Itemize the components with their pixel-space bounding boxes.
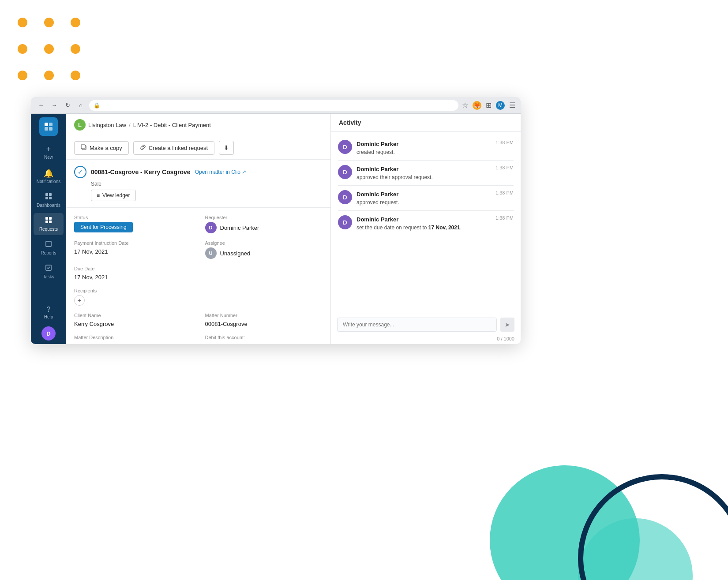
menu-icon[interactable]: ☰: [509, 101, 515, 109]
open-matter-link[interactable]: Open matter in Clio ↗: [195, 169, 246, 175]
address-bar[interactable]: 🔒: [89, 100, 458, 111]
back-button[interactable]: ←: [36, 101, 46, 110]
activity-name-2: Dominic Parker: [356, 166, 398, 172]
message-count: 0 / 1000: [331, 336, 521, 344]
status-badge: Sent for Processing: [74, 222, 133, 232]
activity-action-3: approved request.: [356, 199, 399, 206]
sidebar-item-notifications[interactable]: 🔔 Notifications: [34, 165, 64, 187]
requester-name: Dominic Parker: [220, 225, 259, 231]
message-input[interactable]: [337, 318, 497, 332]
svg-rect-10: [45, 221, 48, 223]
svg-rect-6: [45, 197, 48, 199]
requester-label: Requester: [205, 215, 323, 220]
tasks-icon: [45, 264, 52, 273]
requester-group: Requester D Dominic Parker: [205, 215, 323, 233]
assignee-label: Assignee: [205, 240, 323, 246]
activity-name-1: Dominic Parker: [356, 141, 398, 147]
toolbar: Make a copy Create a linked request ⬇: [66, 136, 330, 160]
user-avatar[interactable]: D: [41, 326, 56, 341]
activity-content-3: Dominic Parker approved request.: [356, 190, 491, 206]
sidebar-label-tasks: Tasks: [43, 274, 54, 279]
debit-account-group: Debit this account: Client Account | Det…: [205, 335, 323, 344]
send-icon: ➤: [505, 321, 510, 328]
svg-rect-4: [45, 193, 48, 196]
activity-item: D Dominic Parker approved request. 1:38 …: [331, 186, 521, 210]
home-button[interactable]: ⌂: [76, 101, 86, 110]
sidebar-label-requests: Requests: [39, 227, 58, 232]
payment-date-group: Payment Instruction Date 17 Nov, 2021: [74, 240, 192, 259]
debit-details-link[interactable]: Details: [246, 343, 264, 344]
activity-content-2: Dominic Parker approved their approval r…: [356, 165, 491, 181]
matter-name: 00081-Cosgrove - Kerry Cosgrove: [91, 168, 191, 176]
recipients-group: Recipients +: [74, 288, 323, 306]
payment-date-label: Payment Instruction Date: [74, 240, 192, 246]
activity-avatar-1: D: [338, 140, 352, 154]
svg-rect-8: [45, 217, 48, 220]
activity-item: D Dominic Parker set the due date on req…: [331, 211, 521, 236]
activity-action-4: set the due date on request to 17 Nov, 2…: [356, 225, 462, 231]
activity-content-4: Dominic Parker set the due date on reque…: [356, 215, 491, 231]
svg-rect-3: [49, 127, 53, 131]
matter-check-icon: ✓: [74, 166, 86, 178]
sidebar-item-tasks[interactable]: Tasks: [34, 261, 64, 283]
page-title: LIVI-2 - Debit - Client Payment: [133, 122, 211, 128]
org-name: Livingston Law: [88, 122, 126, 128]
sidebar-item-new[interactable]: + New: [34, 141, 64, 163]
svg-rect-5: [49, 193, 52, 196]
matter-description-group: Matter Description Sale: [74, 335, 192, 344]
refresh-button[interactable]: ↻: [63, 101, 72, 110]
activity-list: D Dominic Parker created request. 1:38 P…: [331, 132, 521, 313]
activity-item: D Dominic Parker created request. 1:38 P…: [331, 135, 521, 160]
sidebar-item-help[interactable]: ? Help: [34, 302, 64, 323]
download-button[interactable]: ⬇: [219, 141, 234, 155]
create-linked-button[interactable]: Create a linked request: [133, 141, 214, 155]
profile-icon[interactable]: M: [496, 101, 505, 110]
activity-time-2: 1:38 PM: [495, 165, 514, 170]
send-button[interactable]: ➤: [500, 318, 514, 332]
forward-button[interactable]: →: [49, 101, 59, 110]
matter-description-label: Matter Description: [74, 335, 192, 340]
assignee-group: Assignee U Unassigned: [205, 240, 323, 259]
reports-icon: [45, 240, 52, 250]
sidebar-item-requests[interactable]: Requests: [34, 213, 64, 235]
activity-time-1: 1:38 PM: [495, 140, 514, 145]
user-icon[interactable]: 🦊: [473, 101, 481, 110]
view-ledger-button[interactable]: ≡ View ledger: [91, 190, 136, 201]
svg-rect-0: [45, 123, 48, 126]
copy-button[interactable]: Make a copy: [74, 141, 129, 155]
activity-header: Activity: [331, 114, 521, 132]
activity-avatar-4: D: [338, 215, 352, 229]
requester-avatar: D: [205, 222, 217, 233]
activity-name-4: Dominic Parker: [356, 216, 398, 223]
svg-rect-7: [49, 197, 52, 199]
sidebar: + New 🔔 Notifications Dashboards: [31, 114, 66, 344]
activity-content-1: Dominic Parker created request.: [356, 140, 491, 156]
sidebar-item-dashboards[interactable]: Dashboards: [34, 189, 64, 211]
due-date-label: Due Date: [74, 266, 192, 271]
sidebar-item-reports[interactable]: Reports: [34, 237, 64, 259]
add-recipient-button[interactable]: +: [74, 295, 85, 306]
sidebar-label-notifications: Notifications: [37, 179, 60, 184]
activity-item: D Dominic Parker approved their approval…: [331, 161, 521, 185]
decorative-dots: [18, 18, 85, 85]
debit-account-value[interactable]: Client Account: [205, 343, 242, 344]
breadcrumb: L Livingston Law / LIVI-2 - Debit - Clie…: [66, 114, 330, 136]
sidebar-label-new: New: [44, 155, 53, 160]
assignee-avatar: U: [205, 247, 217, 259]
client-name-label: Client Name: [74, 313, 192, 318]
app-logo[interactable]: [39, 117, 58, 136]
activity-name-3: Dominic Parker: [356, 191, 398, 198]
message-area: ➤: [331, 313, 521, 336]
recipients-label: Recipients: [74, 288, 323, 293]
payment-date-value: 17 Nov, 2021: [74, 248, 108, 255]
star-icon[interactable]: ☆: [462, 101, 468, 109]
matter-description-value: Sale: [74, 343, 86, 344]
new-icon: +: [46, 145, 51, 154]
extensions-icon[interactable]: ⊞: [486, 101, 492, 109]
status-group: Status Sent for Processing: [74, 215, 192, 233]
breadcrumb-separator: /: [129, 122, 131, 128]
requests-icon: [45, 217, 52, 226]
dashboards-icon: [45, 193, 52, 202]
assignee-name: Unassigned: [220, 250, 251, 257]
browser-window: ← → ↻ ⌂ 🔒 ☆ 🦊 ⊞ M ☰: [31, 97, 521, 344]
